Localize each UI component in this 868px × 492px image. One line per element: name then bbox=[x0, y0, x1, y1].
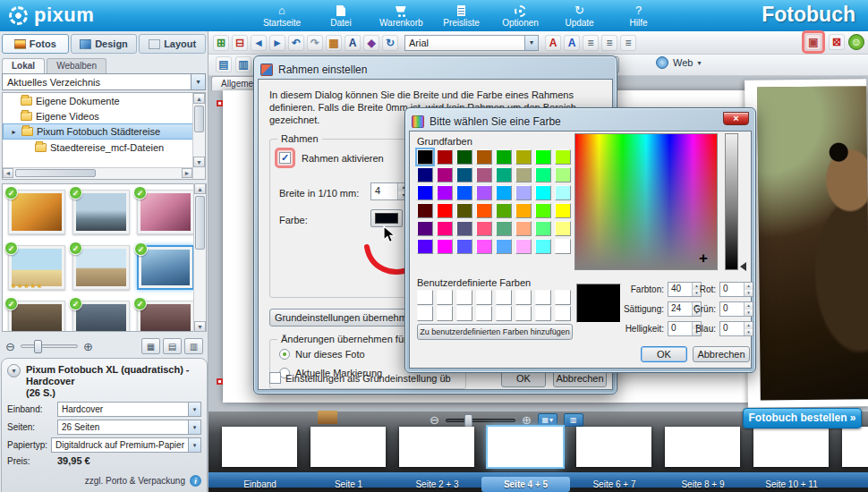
basic-color-swatch[interactable] bbox=[535, 239, 551, 254]
order-button[interactable]: Fotobuch bestellen » bbox=[743, 408, 862, 428]
add-custom-color-button[interactable]: Zu benutzerdefinierten Farben hinzufügen bbox=[417, 324, 573, 340]
next-page-icon[interactable]: ► bbox=[269, 35, 285, 51]
menu-preisliste[interactable]: Preisliste bbox=[441, 1, 482, 31]
page-thumbnail[interactable] bbox=[842, 427, 868, 467]
collapse-chevron-icon[interactable]: ▾ bbox=[7, 364, 21, 377]
zoom-in-icon[interactable]: ⊕ bbox=[83, 341, 93, 352]
page-label[interactable]: Seite 4 + 5 bbox=[481, 477, 570, 492]
ok-button[interactable]: OK bbox=[641, 346, 687, 362]
smiley-icon[interactable]: ☺ bbox=[848, 34, 864, 50]
basic-color-swatch[interactable] bbox=[456, 239, 472, 254]
selection-handle[interactable] bbox=[217, 378, 223, 385]
font-select[interactable]: Arial ▾ bbox=[404, 35, 539, 51]
color-dialog-titlebar[interactable]: Bitte wählen Sie eine Farbe bbox=[409, 112, 752, 131]
basic-color-swatch[interactable] bbox=[515, 203, 532, 218]
papiertyp-dropdown[interactable]: Digitaldruck auf Premium-Papier ▾ bbox=[51, 437, 201, 453]
horizontal-scrollbar[interactable]: ◄ ► bbox=[3, 167, 192, 179]
scrollbar-thumb[interactable] bbox=[15, 169, 96, 177]
basic-color-swatch[interactable] bbox=[496, 149, 512, 165]
align-left-icon[interactable]: ≡ bbox=[583, 35, 599, 51]
basic-color-swatch[interactable] bbox=[496, 185, 512, 200]
luminance-bar[interactable] bbox=[725, 133, 738, 270]
basic-color-swatch[interactable] bbox=[476, 185, 492, 200]
add-text-icon[interactable]: A bbox=[345, 35, 361, 51]
basic-color-swatch[interactable] bbox=[456, 203, 472, 218]
align-center-icon[interactable]: ≡ bbox=[601, 35, 617, 51]
folder-item[interactable]: Eigene Videos bbox=[3, 108, 205, 123]
chevron-down-icon[interactable]: ▾ bbox=[697, 59, 701, 67]
view-grid-button[interactable]: ▦ bbox=[141, 338, 160, 354]
basic-color-swatch[interactable] bbox=[555, 239, 571, 254]
zoom-slider-handle[interactable] bbox=[464, 414, 472, 428]
custom-color-slot[interactable] bbox=[417, 290, 433, 305]
view-rows-button[interactable]: ▥ bbox=[184, 338, 203, 354]
menu-optionen[interactable]: Optionen bbox=[500, 1, 541, 31]
basic-color-swatch[interactable] bbox=[555, 185, 571, 200]
page-thumbnail[interactable] bbox=[311, 427, 386, 467]
spin-up-icon[interactable]: ▴ bbox=[745, 283, 753, 290]
hue-saturation-field[interactable]: + bbox=[574, 133, 718, 270]
tab-design[interactable]: Design bbox=[71, 34, 138, 54]
basic-color-swatch[interactable] bbox=[535, 149, 551, 165]
photo-thumbnail[interactable]: ✓ bbox=[72, 190, 130, 234]
prev-page-icon[interactable]: ◄ bbox=[251, 35, 267, 51]
basic-color-swatch[interactable] bbox=[476, 149, 492, 165]
custom-color-slot[interactable] bbox=[437, 290, 453, 305]
thumbs-scrollbar[interactable]: ▲ ▼ bbox=[193, 183, 206, 332]
zoom-slider-handle[interactable] bbox=[34, 340, 42, 353]
page-thumbnail[interactable] bbox=[576, 427, 651, 467]
scroll-right-button[interactable]: ► bbox=[182, 168, 192, 178]
spin-up-icon[interactable]: ▴ bbox=[745, 302, 753, 310]
basic-color-swatch[interactable] bbox=[555, 167, 571, 182]
page-label[interactable]: Seite 8 + 9 bbox=[659, 477, 747, 492]
basic-color-swatch[interactable] bbox=[535, 185, 551, 200]
photo-thumbnail[interactable]: ✓ bbox=[72, 301, 130, 332]
strip-zoom-slider[interactable] bbox=[446, 419, 515, 422]
scroll-down-button[interactable]: ▼ bbox=[194, 321, 206, 332]
folder-item[interactable]: Eigene Dokumente bbox=[3, 93, 205, 108]
custom-color-slot[interactable] bbox=[496, 306, 512, 321]
redo-icon[interactable]: ↷ bbox=[307, 35, 323, 51]
rotate-icon[interactable]: ↻ bbox=[382, 35, 398, 51]
custom-color-slot[interactable] bbox=[437, 306, 453, 321]
zoom-out-icon[interactable]: ⊖ bbox=[430, 414, 439, 426]
photo-thumbnail[interactable]: ✓ bbox=[72, 245, 130, 290]
basic-color-swatch[interactable] bbox=[456, 167, 472, 182]
basic-color-swatch[interactable] bbox=[515, 221, 532, 236]
align-right-icon[interactable]: ≡ bbox=[620, 35, 636, 51]
basic-color-swatch[interactable] bbox=[456, 185, 472, 200]
color-crosshair[interactable]: + bbox=[699, 250, 708, 266]
cancel-button[interactable]: Abbrechen bbox=[693, 346, 750, 362]
basic-color-swatch[interactable] bbox=[476, 221, 492, 236]
zoom-out-icon[interactable]: ⊖ bbox=[5, 341, 15, 352]
basic-color-swatch[interactable] bbox=[437, 149, 453, 165]
tab-fotos[interactable]: Fotos bbox=[2, 34, 69, 54]
folder-item[interactable]: Staedtereise_mcf-Dateien bbox=[3, 140, 205, 155]
spin-down-icon[interactable]: ▾ bbox=[745, 310, 753, 317]
basic-color-swatch[interactable] bbox=[437, 185, 453, 200]
basic-color-swatch[interactable] bbox=[496, 221, 512, 236]
page-label[interactable]: Seite 1 bbox=[304, 477, 393, 492]
page-label[interactable]: Seite 10 + 11 bbox=[747, 477, 836, 492]
basic-color-swatch[interactable] bbox=[515, 149, 532, 165]
page-label[interactable]: Seite 6 + 7 bbox=[570, 477, 659, 492]
zoom-in-icon[interactable]: ⊕ bbox=[522, 414, 532, 426]
page-thumbnail[interactable] bbox=[222, 427, 297, 467]
basic-color-swatch[interactable] bbox=[437, 203, 453, 218]
seiten-dropdown[interactable]: 26 Seiten ▾ bbox=[57, 420, 201, 435]
basic-color-swatch[interactable] bbox=[476, 239, 492, 254]
menu-datei[interactable]: Datei bbox=[320, 1, 362, 31]
undo-icon[interactable]: ↶ bbox=[288, 35, 304, 51]
page-view-button[interactable]: ▦▾ bbox=[538, 413, 557, 427]
fullscreen-button[interactable]: ▥ bbox=[564, 413, 583, 427]
page-label[interactable]: Seite 2 + 3 bbox=[393, 477, 481, 492]
frame-dialog-titlebar[interactable]: Rahmen einstellen bbox=[258, 60, 613, 79]
page-thumbnail[interactable] bbox=[753, 427, 829, 467]
scrollbar-thumb[interactable] bbox=[195, 196, 205, 250]
scroll-left-button[interactable]: ◄ bbox=[3, 168, 13, 178]
delete-object-icon[interactable]: ⊠ bbox=[829, 34, 845, 50]
gruen-input[interactable]: 0 ▴▾ bbox=[719, 301, 753, 317]
add-image-icon[interactable]: ▦ bbox=[326, 35, 342, 51]
custom-color-slot[interactable] bbox=[515, 306, 532, 321]
photo-thumbnail[interactable]: ✓ bbox=[137, 190, 194, 234]
